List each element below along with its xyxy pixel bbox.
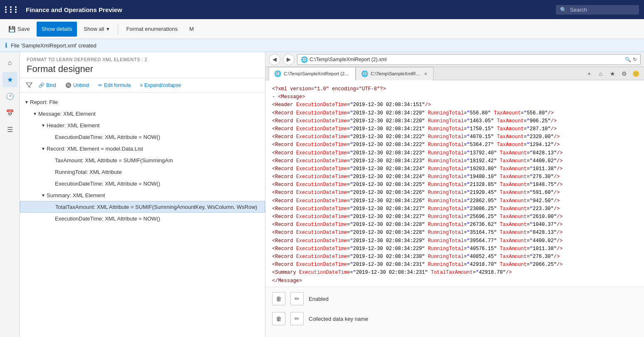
browser-forward-button[interactable]: ▶: [283, 54, 295, 65]
xml-line: <Record ExecutionDateTime="2019-12-30 02…: [272, 229, 637, 237]
format-title: Format designer: [27, 64, 258, 74]
xml-line: <Record ExecutionDateTime="2019-12-30 02…: [272, 221, 637, 229]
xml-line: <Summary ExecutionDateTime="2019-12-30 0…: [272, 269, 637, 277]
app-title: Finance and Operations Preview: [26, 6, 549, 13]
tree-arrow[interactable]: ▼: [32, 110, 38, 117]
tree-item[interactable]: TotalTaxAmount: XML Attribute = SUMIF(Su…: [20, 201, 265, 213]
tree-item[interactable]: ▼Message: XML Element: [20, 108, 265, 119]
sidebar-item-home[interactable]: ⌂: [2, 55, 17, 70]
browser-tab-2[interactable]: 🌐 C:\Temp\SampleXmlRepo... ✕: [356, 67, 433, 80]
format-panel: FORMAT TO LEARN DEFERRED XML ELEMENTS : …: [20, 52, 265, 337]
tab-label-2: C:\Temp\SampleXmlRepo...: [371, 71, 421, 76]
xml-line: <Record ExecutionDateTime="2019-12-30 02…: [272, 157, 637, 165]
tree-item-text: ExecutionDateTime: XML Attribute = NOW(): [55, 216, 262, 222]
property-2-delete-button[interactable]: 🗑: [272, 312, 285, 325]
tree-item[interactable]: ExecutionDateTime: XML Attribute = NOW(): [20, 178, 265, 189]
tree-item-text: Message: XML Element: [38, 111, 262, 117]
xml-line: <Record ExecutionDateTime="2019-12-30 02…: [272, 173, 637, 181]
browser-tab-bar: 🌐 C:\Temp\SampleXmlReport (2).xml 🌐 C:\T…: [265, 67, 644, 80]
show-all-button[interactable]: Show all ▾: [79, 22, 114, 37]
chevron-down-icon: ▾: [107, 26, 109, 32]
edit-formula-button[interactable]: ✏ Edit formula: [94, 81, 135, 90]
expand-collapse-button[interactable]: ≡ Expand/collapse: [136, 81, 185, 90]
address-bar-1[interactable]: 🌐 C:\Temp\SampleXmlReport (2).xml 🔍 ↻: [297, 54, 641, 65]
right-panel: ◀ ▶ 🌐 C:\Temp\SampleXmlReport (2).xml 🔍 …: [265, 52, 644, 337]
sidebar-item-list[interactable]: ☰: [2, 122, 17, 137]
tree-arrow: [48, 180, 55, 187]
search-input[interactable]: [570, 7, 628, 13]
tree-item-text: Record: XML Element = model.Data.List: [47, 146, 262, 152]
settings-browser-button[interactable]: ⚙: [619, 69, 629, 79]
tree-arrow: [49, 203, 55, 210]
tree-arrow[interactable]: ▼: [40, 145, 47, 152]
xml-line: <Record ExecutionDateTime="2019-12-30 02…: [272, 197, 637, 205]
tree-item[interactable]: ▼Record: XML Element = model.Data.List: [20, 143, 265, 154]
new-tab-button[interactable]: +: [584, 69, 594, 79]
format-enumerations-button[interactable]: Format enumerations: [121, 22, 183, 37]
tab-icon-1: 🌐: [274, 70, 281, 77]
refresh-icon[interactable]: ↻: [633, 57, 637, 62]
tree-arrow[interactable]: ▼: [23, 99, 30, 105]
smiley-button[interactable]: 🙂: [631, 69, 641, 79]
browser-back-button[interactable]: ◀: [269, 54, 280, 65]
property-1-delete-button[interactable]: 🗑: [272, 292, 285, 305]
xml-line: <Record ExecutionDateTime="2019-12-30 02…: [272, 133, 637, 141]
show-details-button[interactable]: Show details: [37, 22, 77, 37]
favorites-button[interactable]: ★: [607, 69, 617, 79]
grid-menu-icon[interactable]: [5, 6, 19, 13]
home-browser-button[interactable]: ⌂: [596, 69, 606, 79]
sidebar-item-star[interactable]: ★: [2, 72, 17, 87]
property-1-edit-button[interactable]: ✏: [290, 292, 304, 305]
tree-item[interactable]: TaxAmount: XML Attribute = SUMIF(Summing…: [20, 154, 265, 166]
tree-item[interactable]: ▼Header: XML Element: [20, 119, 265, 131]
property-1-label: Enabled: [309, 296, 329, 302]
tree-arrow: [48, 134, 55, 140]
filter-icon[interactable]: [25, 81, 33, 89]
tree-item-text: Header: XML Element: [47, 122, 262, 129]
xml-line: <Record ExecutionDateTime="2019-12-30 02…: [272, 205, 637, 213]
tab-2-close-button[interactable]: ✕: [423, 71, 428, 77]
action-bar: 🔗 Bind 🔘 Unbind ✏ Edit formula ≡ Expand/…: [20, 78, 265, 93]
tree-item[interactable]: ExecutionDateTime: XML Attribute = NOW(): [20, 213, 265, 224]
tree-item-text: TotalTaxAmount: XML Attribute = SUMIF(Su…: [55, 204, 261, 210]
xml-line: <Record ExecutionDateTime="2019-12-30 02…: [272, 189, 637, 197]
bind-button[interactable]: 🔗 Bind: [34, 81, 60, 90]
xml-line: <Record ExecutionDateTime="2019-12-30 02…: [272, 141, 637, 149]
tree-container[interactable]: ▼Report: File▼Message: XML Element▼Heade…: [20, 93, 265, 337]
tab-icon-2: 🌐: [361, 70, 368, 77]
xml-line: <Record ExecutionDateTime="2019-12-30 02…: [272, 245, 637, 253]
tree-arrow[interactable]: ▼: [40, 192, 47, 198]
tree-item-text: Summary: XML Element: [47, 192, 262, 198]
save-button[interactable]: 💾 Save: [3, 22, 35, 37]
property-row-1: 🗑 ✏ Enabled: [272, 292, 637, 305]
tree-arrow[interactable]: ▼: [40, 122, 47, 129]
xml-line: <Record ExecutionDateTime="2019-12-30 02…: [272, 253, 637, 261]
xml-line: <Record ExecutionDateTime="2019-12-30 02…: [272, 213, 637, 221]
xml-line: <Record ExecutionDateTime="2019-12-30 02…: [272, 261, 637, 269]
toolbar: 💾 Save Show details Show all ▾ Format en…: [0, 19, 644, 39]
tree-arrow: [48, 157, 55, 164]
tree-item[interactable]: ▼Report: File: [20, 96, 265, 108]
tab-label-1: C:\Temp\SampleXmlReport (2).xml: [284, 71, 350, 76]
app-bar: Finance and Operations Preview 🔍: [0, 0, 644, 19]
tree-item-text: ExecutionDateTime: XML Attribute = NOW(): [55, 134, 262, 140]
sidebar-item-clock[interactable]: 🕑: [2, 89, 17, 104]
search-icon-addr[interactable]: 🔍: [625, 57, 631, 62]
tree-item[interactable]: ▼Summary: XML Element: [20, 189, 265, 201]
xml-line: <Header ExecutionDateTime="2019-12-30 02…: [272, 101, 637, 109]
tree-item-text: ExecutionDateTime: XML Attribute = NOW(): [55, 181, 262, 187]
xml-content[interactable]: <?xml version="1.0" encoding="UTF-8"?>- …: [265, 80, 644, 287]
info-message: File 'SampleXmlReport.xml' created: [11, 42, 97, 49]
unbind-button[interactable]: 🔘 Unbind: [61, 81, 93, 90]
format-header: FORMAT TO LEARN DEFERRED XML ELEMENTS : …: [20, 52, 265, 78]
tree-item[interactable]: ExecutionDateTime: XML Attribute = NOW(): [20, 131, 265, 143]
search-box[interactable]: 🔍: [556, 5, 639, 15]
expand-icon: ≡: [140, 82, 143, 88]
search-icon: 🔍: [560, 7, 567, 13]
property-2-edit-button[interactable]: ✏: [290, 312, 304, 325]
browser-tab-1[interactable]: 🌐 C:\Temp\SampleXmlReport (2).xml: [269, 67, 356, 80]
sidebar-item-calendar[interactable]: 📅: [2, 105, 17, 120]
more-button[interactable]: M: [184, 22, 199, 37]
tree-item[interactable]: RunningTotal: XML Attribute: [20, 166, 265, 178]
xml-line: <Record ExecutionDateTime="2019-12-30 02…: [272, 181, 637, 189]
